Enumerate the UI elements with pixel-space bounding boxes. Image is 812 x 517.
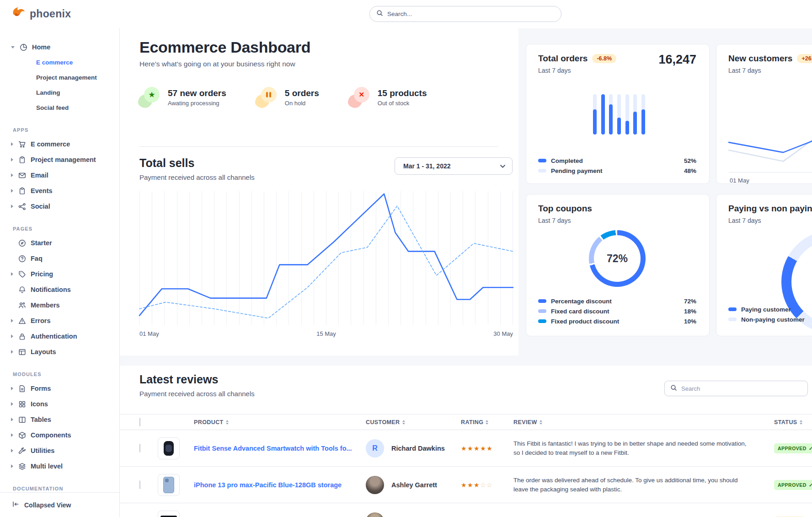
- sidebar-subitem-ecommerce[interactable]: E commerce: [0, 55, 116, 70]
- chevron-right-icon: [11, 334, 13, 338]
- sidebar-item-errors[interactable]: Errors: [0, 313, 116, 329]
- column-header-status[interactable]: STATUS: [774, 419, 812, 425]
- date-range-value: Mar 1 - 31, 2022: [403, 162, 451, 170]
- column-header-review[interactable]: REVIEW: [513, 419, 774, 425]
- sidebar-item-email[interactable]: Email: [0, 167, 116, 183]
- sidebar-item-components[interactable]: Components: [0, 427, 116, 443]
- table-row: Apple iPad (10.2 inch) Wi-Fi 32GB Sp... …: [120, 503, 812, 517]
- legend-swatch: [538, 309, 546, 313]
- row-checkbox[interactable]: [139, 444, 140, 452]
- question-circle-icon: [18, 254, 26, 263]
- product-link[interactable]: Fitbit Sense Advanced Smartwatch with To…: [194, 445, 363, 452]
- customer-cell: Woodrow Burton: [366, 512, 461, 517]
- bell-icon: [18, 285, 26, 294]
- sidebar-item-icons[interactable]: Icons: [0, 396, 116, 412]
- chevron-right-icon: [11, 189, 13, 193]
- sidebar-item-label: Social: [31, 203, 50, 210]
- sidebar-item-utilities[interactable]: Utilities: [0, 443, 116, 458]
- sidebar-item-home[interactable]: Home: [0, 39, 116, 55]
- wrench-icon: [18, 447, 26, 455]
- chevron-right-icon: [11, 272, 13, 276]
- sidebar-item-events[interactable]: Events: [0, 183, 116, 199]
- sidebar-item-layouts[interactable]: Layouts: [0, 344, 116, 360]
- sort-icon: [800, 420, 802, 425]
- collapsed-view-toggle[interactable]: Collapsed View: [0, 492, 119, 517]
- paying-card: Paying vs non paying Last 7 days Paying …: [716, 194, 812, 336]
- sidebar-item-members[interactable]: Members: [0, 297, 116, 313]
- reviews-search[interactable]: [664, 381, 808, 396]
- search-icon: [376, 10, 383, 18]
- sidebar-item-project-management-app[interactable]: Project management: [0, 152, 116, 167]
- legend-swatch: [538, 159, 546, 162]
- select-all-checkbox[interactable]: [139, 418, 140, 426]
- date-range-select[interactable]: Mar 1 - 31, 2022: [395, 157, 513, 175]
- customer-name: Ashley Garrett: [391, 481, 437, 489]
- row-checkbox[interactable]: [139, 480, 140, 489]
- total-orders-value: 16,247: [658, 53, 696, 67]
- new-customers-card: New customers +26.5% Last 7 days 01 May: [716, 44, 812, 184]
- trend-badge: -6.8%: [592, 54, 616, 63]
- sidebar-item-multi-level[interactable]: Multi level: [0, 458, 116, 474]
- sort-icon: [486, 420, 488, 425]
- sidebar-item-label: Forms: [31, 385, 51, 392]
- global-search[interactable]: [369, 6, 561, 22]
- product-thumbnail[interactable]: [158, 511, 180, 517]
- sidebar-item-tables[interactable]: Tables: [0, 412, 116, 427]
- sidebar-item-label: Notifications: [31, 286, 71, 293]
- column-header-rating[interactable]: RATING: [461, 419, 513, 425]
- sidebar-item-ecommerce-app[interactable]: E commerce: [0, 136, 116, 152]
- legend-row: Percentage discount 72%: [538, 296, 696, 306]
- sidebar-item-notifications[interactable]: Notifications: [0, 282, 116, 297]
- legend-label: Percentage discount: [551, 298, 612, 305]
- stat-label: Awating processing: [168, 100, 226, 107]
- legend-value: 10%: [684, 318, 696, 325]
- sidebar-subitem-label: Project management: [36, 74, 97, 81]
- table-header-row: PRODUCT CUSTOMER RATING REVIEW STATUS: [120, 414, 812, 430]
- sidebar-item-authentication[interactable]: Authentication: [0, 329, 116, 344]
- layout-icon: [18, 348, 26, 356]
- reviews-search-input[interactable]: [681, 385, 802, 392]
- product-thumbnail[interactable]: [158, 437, 180, 459]
- sidebar-item-label: Tables: [31, 416, 51, 423]
- sidebar-subitem-project-management[interactable]: Project management: [0, 70, 116, 85]
- column-header-customer[interactable]: CUSTOMER: [366, 419, 461, 425]
- product-thumbnail[interactable]: [158, 474, 180, 496]
- sidebar-item-faq[interactable]: Faq: [0, 251, 116, 266]
- trend-badge: +26.5%: [797, 54, 812, 63]
- card-period: Last 7 days: [728, 67, 761, 74]
- product-link[interactable]: iPhone 13 pro max-Pacific Blue-128GB sto…: [194, 481, 353, 489]
- x-tick: 15 May: [316, 330, 336, 337]
- grid-icon: [18, 400, 26, 408]
- sidebar-item-forms[interactable]: Forms: [0, 381, 116, 396]
- sidebar-item-starter[interactable]: Starter: [0, 235, 116, 251]
- sidebar-item-label: Errors: [31, 317, 51, 324]
- chevron-right-icon: [11, 158, 13, 162]
- avatar: R: [366, 439, 384, 458]
- sidebar-item-social[interactable]: Social: [0, 199, 116, 214]
- chevron-right-icon: [11, 418, 13, 421]
- total-sells-title: Total sells: [139, 156, 255, 170]
- global-search-input[interactable]: [387, 11, 555, 17]
- sidebar-item-pricing[interactable]: Pricing: [0, 266, 116, 282]
- sidebar-section-pages: PAGES: [0, 214, 116, 235]
- latest-reviews-subtitle: Payment received across all channels: [139, 390, 255, 398]
- total-sells-chart: [139, 191, 513, 325]
- chevron-right-icon: [11, 402, 13, 406]
- ipad-image: [160, 516, 177, 517]
- column-header-product[interactable]: PRODUCT: [194, 419, 366, 425]
- chevron-right-icon: [11, 173, 13, 177]
- sidebar-item-label: Faq: [31, 255, 43, 262]
- chevron-right-icon: [11, 433, 13, 437]
- sidebar-subitem-landing[interactable]: Landing: [0, 85, 116, 100]
- sidebar-subitem-label: E commerce: [36, 59, 73, 66]
- status-badge: APPROVED✓: [774, 480, 812, 490]
- card-title: Top coupons: [538, 204, 592, 214]
- brand-logo[interactable]: phoenix: [12, 6, 71, 21]
- check-icon: ✓: [809, 482, 812, 488]
- sidebar-subitem-social-feed[interactable]: Social feed: [0, 100, 116, 115]
- clipboard-icon: [18, 156, 26, 164]
- reviews-table: PRODUCT CUSTOMER RATING REVIEW STATUS Fi…: [120, 414, 812, 517]
- top-coupons-card: Top coupons Last 7 days 72% Percentage d…: [526, 194, 710, 336]
- legend-label: Pending payment: [551, 167, 603, 174]
- customer-cell: R Richard Dawkins: [366, 439, 461, 458]
